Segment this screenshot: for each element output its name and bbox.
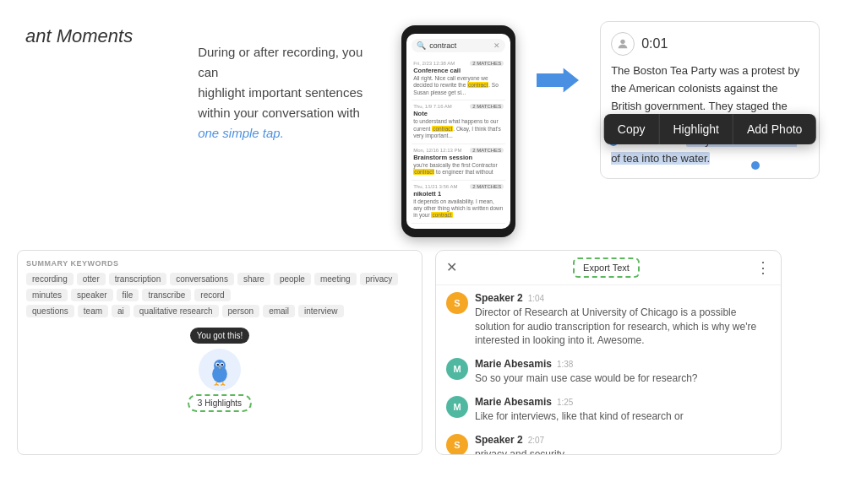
add-photo-button[interactable]: Add Photo [733,114,815,144]
keyword-tag[interactable]: ai [112,305,130,317]
message-meta: Marie Abesamis 1:25 [475,396,684,408]
transcript-more-button[interactable]: ⋮ [755,258,771,277]
keyword-tag[interactable]: speaker [71,289,113,301]
phone-search-icon: 🔍 [417,41,426,50]
keyword-tag[interactable]: otter [77,273,106,285]
speaker-name: Marie Abesamis [475,396,552,408]
speaker-name: Marie Abesamis [475,358,552,370]
keyword-tag[interactable]: person [222,305,260,317]
mascot-icon [199,349,241,391]
phone-mockup-container: 🔍 contract ✕ Fri, 2/23 12:38 AM 2 MATCHE… [401,25,515,237]
message-time: 1:38 [557,360,573,369]
phone-list-item[interactable]: Thu, 11/21 3:56 AM 2 MATCHES nikolett 1 … [412,181,505,224]
description-area: During or after recording, you can highl… [198,17,384,144]
phone-search-text: contract [429,41,490,50]
description-text: During or after recording, you can highl… [198,42,384,144]
right-arrow-icon [537,68,579,93]
message-content: Speaker 2 2:07 privacy and security [475,434,564,454]
transcript-message: S Speaker 2 1:04 Director of Research at… [446,292,771,348]
selection-dot-end [751,161,760,170]
keywords-row-2: questions team ai qualitative research p… [26,305,413,317]
keyword-tag[interactable]: people [274,273,311,285]
doc-header: 0:01 [611,32,809,56]
context-menu: Copy Highlight Add Photo [604,114,816,144]
speaker-name: Speaker 2 [475,292,523,304]
svg-point-3 [214,360,226,371]
speaker-avatar: M [446,396,468,418]
message-content: Marie Abesamis 1:38 So so your main use … [475,358,697,386]
keyword-tag[interactable]: team [78,305,108,317]
phone-list-item[interactable]: Thu, 1/9 7:16 AM 2 MATCHES Note to under… [412,100,505,144]
speaker-avatar: S [446,434,468,454]
message-text: privacy and security [475,447,564,454]
keyword-tag[interactable]: questions [26,305,74,317]
speaker-avatar: M [446,358,468,380]
phone-search-bar[interactable]: 🔍 contract ✕ [412,39,505,52]
transcript-panel: ✕ Export Text ⋮ S Speaker 2 1:04 Directo… [435,250,782,455]
phone-list-item[interactable]: Fri, 2/23 12:38 AM 2 MATCHES Conference … [412,57,505,100]
keyword-tag[interactable]: interview [298,305,343,317]
mascot-area: You got this! [26,321,413,412]
transcript-message: M Marie Abesamis 1:25 Like for interview… [446,396,771,424]
keywords-panel: SUMMARY KEYWORDS recording otter transcr… [17,250,422,455]
svg-point-6 [217,364,220,366]
svg-point-1 [620,40,624,44]
doc-avatar [611,32,635,56]
keyword-tag[interactable]: share [237,273,270,285]
svg-marker-0 [537,68,579,92]
top-section: ant Moments During or after recording, y… [0,0,845,246]
keyword-tag[interactable]: recording [26,273,74,285]
phone-search-clear[interactable]: ✕ [493,41,500,50]
message-text: Director of Research at University of Ch… [475,306,771,348]
highlight-button[interactable]: Highlight [659,114,733,144]
message-content: Marie Abesamis 1:25 Like for interviews,… [475,396,684,424]
highlights-badge-container: 3 Highlights [188,394,252,412]
keyword-tag[interactable]: transcribe [142,289,191,301]
phone-screen: 🔍 contract ✕ Fri, 2/23 12:38 AM 2 MATCHE… [406,34,510,229]
page-title: ant Moments [25,25,181,47]
keyword-tag[interactable]: privacy [360,273,399,285]
keyword-tag[interactable]: record [194,289,230,301]
message-text: Like for interviews, like that kind of r… [475,409,684,424]
keywords-row-1: recording otter transcription conversati… [26,273,413,301]
export-text-button[interactable]: Export Text [573,257,640,278]
keyword-tag[interactable]: conversations [170,273,234,285]
keyword-tag[interactable]: qualitative research [134,305,219,317]
keyword-tag[interactable]: transcription [109,273,166,285]
keyword-tag[interactable]: meeting [314,273,357,285]
copy-button[interactable]: Copy [604,114,660,144]
keywords-title: SUMMARY KEYWORDS [26,259,413,268]
doc-time: 0:01 [641,36,668,51]
speaker-name: Speaker 2 [475,434,523,446]
speaker-avatar: S [446,292,468,314]
message-time: 1:04 [528,294,544,303]
message-text: So so your main use case would be for re… [475,371,697,386]
message-meta: Speaker 2 1:04 [475,292,771,304]
transcript-message: S Speaker 2 2:07 privacy and security [446,434,771,454]
message-meta: Marie Abesamis 1:38 [475,358,697,370]
phone-mockup: 🔍 contract ✕ Fri, 2/23 12:38 AM 2 MATCHE… [401,25,515,237]
transcript-body: S Speaker 2 1:04 Director of Research at… [436,285,781,454]
message-meta: Speaker 2 2:07 [475,434,564,446]
svg-point-7 [221,364,224,366]
keyword-tag[interactable]: minutes [26,289,68,301]
transcript-header: ✕ Export Text ⋮ [436,251,781,285]
document-panel: 0:01 The Boston Tea Party was a protest … [600,21,820,179]
bottom-section: SUMMARY KEYWORDS recording otter transcr… [0,246,845,463]
transcript-close-button[interactable]: ✕ [446,259,457,275]
keyword-tag[interactable]: email [263,305,295,317]
message-content: Speaker 2 1:04 Director of Research at U… [475,292,771,348]
keyword-tag[interactable]: file [117,289,139,301]
highlights-badge: 3 Highlights [188,394,252,412]
message-time: 1:25 [557,398,573,407]
phone-list-item[interactable]: Mon, 12/16 12:13 PM 2 MATCHES Brainstorm… [412,144,505,181]
transcript-message: M Marie Abesamis 1:38 So so your main us… [446,358,771,386]
message-time: 2:07 [528,436,544,445]
arrow-container [532,68,583,93]
chat-bubble: You got this! [190,328,250,344]
title-area: ant Moments [25,17,181,47]
